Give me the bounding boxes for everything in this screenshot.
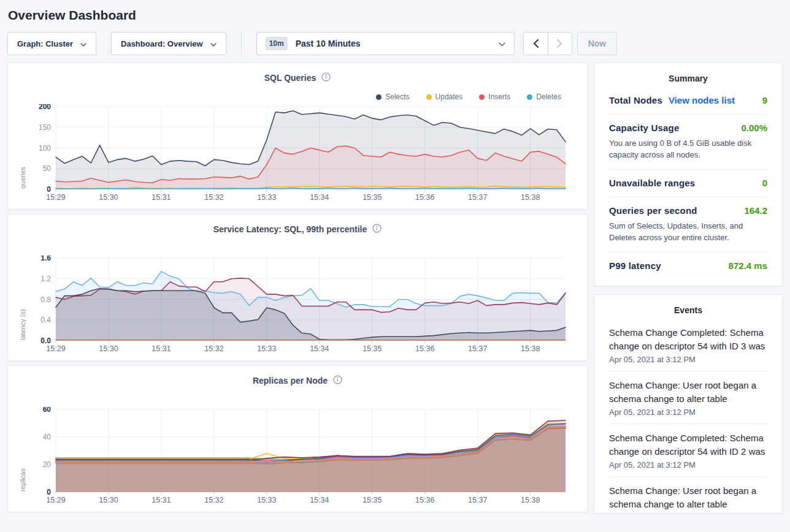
summary-row-value: 164.2 [744, 205, 767, 216]
graph-dropdown[interactable]: Graph: Cluster [7, 32, 96, 55]
view-nodes-list-link[interactable]: View nodes list [669, 95, 735, 105]
legend-label: Selects [385, 93, 409, 101]
event-timestamp: Apr 05, 2021 at 3:11 PM [609, 513, 767, 514]
events-panel: Events Schema Change Completed: Schema c… [594, 294, 783, 514]
info-icon[interactable] [372, 224, 382, 235]
legend-item[interactable]: Deletes [527, 93, 561, 101]
y-tick-label: 200 [39, 104, 51, 111]
y-tick-label: 0 [47, 185, 51, 194]
time-range-badge: 10m [266, 37, 288, 50]
x-tick-label: 15:30 [99, 496, 118, 504]
series-line [56, 188, 566, 189]
y-tick-label: 0.0 [40, 336, 51, 345]
x-tick-label: 15:36 [415, 496, 434, 504]
summary-row-label: Queries per second [609, 205, 697, 216]
legend-item[interactable]: Selects [376, 93, 409, 101]
service-latency-chart[interactable]: 15:2915:3015:3115:3215:3315:3415:3515:36… [18, 256, 577, 354]
info-icon[interactable] [333, 375, 342, 386]
charts-column: SQL Queries SelectsUpdatesInsertsDeletes… [7, 63, 588, 512]
event-text: Schema Change Completed: Schema change o… [609, 326, 767, 353]
chart-header: SQL Queries [18, 72, 577, 83]
summary-row-label: Capacity Usage [609, 123, 680, 133]
y-tick-label: 1.2 [40, 275, 51, 283]
summary-row-description: Sum of Selects, Updates, Inserts, and De… [609, 220, 767, 243]
x-tick-label: 15:29 [46, 193, 65, 202]
sidebar-column: Summary Total NodesView nodes list9Capac… [594, 63, 783, 514]
x-tick-label: 15:30 [99, 344, 118, 353]
legend-dot-icon [426, 94, 432, 100]
chart-title: Replicas per Node [253, 376, 328, 386]
summary-row-description: You are using 0 B of 4.5 GiB usable disk… [609, 137, 767, 161]
x-tick-label: 15:38 [521, 344, 540, 353]
x-tick-label: 15:34 [310, 496, 329, 504]
legend-dot-icon [376, 94, 382, 100]
x-tick-label: 15:35 [362, 344, 382, 353]
x-tick-label: 15:32 [204, 496, 223, 504]
chart-body: latency (s) 15:2915:3015:3115:3215:3315:… [18, 256, 577, 354]
event-timestamp: Apr 05, 2021 at 3:12 PM [609, 408, 767, 417]
x-tick-label: 15:34 [310, 344, 329, 353]
sql-queries-chart[interactable]: 15:2915:3015:3115:3215:3315:3415:3515:36… [18, 104, 577, 202]
x-tick-label: 15:33 [257, 496, 276, 504]
x-tick-label: 15:38 [521, 193, 540, 202]
summary-row-label: Total Nodes [609, 95, 662, 105]
y-tick-label: 1.6 [40, 256, 51, 262]
summary-row: Total NodesView nodes list9 [609, 87, 767, 115]
chart-title: Service Latency: SQL, 99th percentile [213, 224, 367, 234]
service-latency-chart-card: Service Latency: SQL, 99th percentile la… [7, 214, 588, 361]
event-text: Schema Change: User root began a schema … [609, 379, 767, 406]
now-button[interactable]: Now [577, 32, 618, 55]
summary-rows: Total NodesView nodes list9Capacity Usag… [609, 87, 767, 279]
event-item[interactable]: Schema Change Completed: Schema change o… [609, 424, 767, 477]
chart-header: Service Latency: SQL, 99th percentile [18, 224, 577, 235]
dashboard-dropdown-label: Dashboard: Overview [121, 39, 203, 48]
legend-item[interactable]: Inserts [479, 93, 510, 101]
event-item[interactable]: Schema Change Completed: Schema change o… [609, 319, 767, 371]
legend-dot-icon [479, 94, 485, 100]
summary-panel: Summary Total NodesView nodes list9Capac… [594, 63, 783, 286]
legend-item[interactable]: Updates [426, 93, 463, 101]
chevron-down-icon [499, 38, 505, 49]
x-tick-label: 15:38 [521, 496, 540, 504]
summary-row: Capacity Usage0.00%You are using 0 B of … [609, 115, 767, 170]
y-tick-label: 150 [39, 123, 51, 132]
y-tick-label: 0.4 [40, 316, 51, 324]
x-tick-label: 15:29 [46, 496, 65, 504]
event-item[interactable]: Schema Change: User root began a schema … [609, 477, 767, 514]
time-range-dropdown[interactable]: 10m Past 10 Minutes [256, 32, 515, 55]
dashboard-dropdown[interactable]: Dashboard: Overview [111, 32, 226, 55]
x-tick-label: 15:31 [151, 344, 171, 353]
x-tick-label: 15:32 [204, 193, 223, 202]
x-tick-label: 15:31 [151, 496, 171, 504]
x-tick-label: 15:34 [310, 193, 329, 202]
replicas-per-node-chart[interactable]: 15:2915:3015:3115:3215:3315:3415:3515:36… [18, 407, 577, 505]
page-title: Overview Dashboard [8, 8, 790, 23]
summary-row-value: 872.4 ms [729, 260, 767, 271]
legend-label: Updates [435, 93, 463, 101]
time-next-button[interactable] [548, 32, 572, 55]
event-item[interactable]: Schema Change: User root began a schema … [609, 371, 767, 424]
x-tick-label: 15:36 [415, 193, 434, 202]
x-tick-label: 15:37 [468, 193, 487, 202]
summary-row: P99 latency872.4 ms [609, 253, 767, 279]
x-tick-label: 15:33 [257, 193, 276, 202]
toolbar: Graph: Cluster Dashboard: Overview 10m P… [7, 32, 783, 55]
chart-body: replicas 15:2915:3015:3115:3215:3315:341… [18, 407, 577, 505]
summary-row-label: P99 latency [609, 260, 661, 271]
time-prev-button[interactable] [524, 32, 548, 55]
chart-title: SQL Queries [264, 73, 316, 83]
x-tick-label: 15:33 [257, 344, 276, 353]
info-icon[interactable] [321, 72, 331, 83]
main-content: SQL Queries SelectsUpdatesInsertsDeletes… [7, 63, 783, 514]
chevron-down-icon [210, 39, 217, 48]
y-tick-label: 60 [43, 407, 52, 414]
events-title: Events [609, 305, 767, 319]
summary-title: Summary [609, 74, 767, 87]
x-tick-label: 15:29 [46, 344, 65, 353]
y-tick-label: 0 [47, 488, 51, 496]
x-tick-label: 15:37 [468, 344, 487, 353]
legend-label: Deletes [536, 93, 561, 101]
summary-row: Queries per second164.2Sum of Selects, U… [609, 197, 767, 253]
y-tick-label: 40 [43, 433, 52, 441]
x-tick-label: 15:36 [415, 344, 434, 353]
